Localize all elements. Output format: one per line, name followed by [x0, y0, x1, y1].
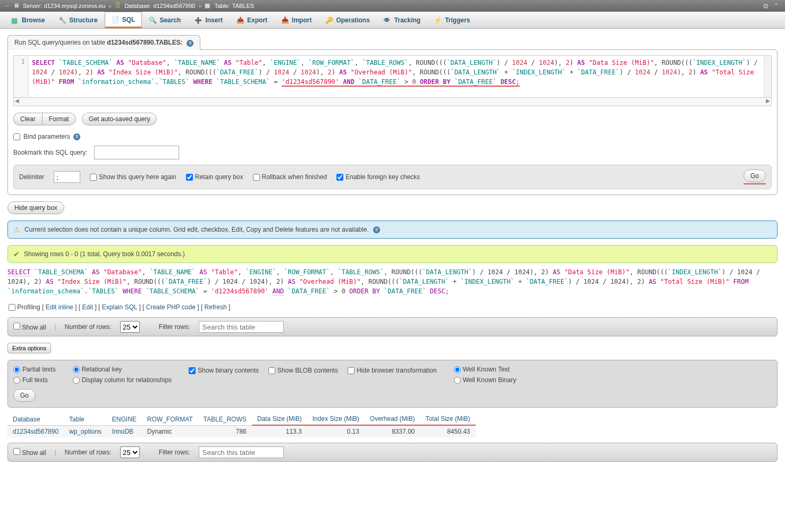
tab-browse[interactable]: Browse	[4, 12, 52, 28]
retain-label: Retain query box	[195, 173, 243, 181]
show-all-checkbox[interactable]	[13, 448, 20, 455]
filter-label: Filter rows:	[159, 449, 190, 456]
query-fieldset: 1 SELECT `TABLE_SCHEMA` AS "Database", `…	[7, 49, 778, 195]
th-row-format[interactable]: ROW_FORMAT	[142, 413, 198, 425]
delimiter-input[interactable]	[54, 171, 80, 183]
th-index-size[interactable]: Index Size (MiB)	[307, 413, 365, 425]
back-arrow-icon[interactable]: ←	[4, 3, 10, 9]
query-header-table: d1234sd567890.TABLES:	[107, 39, 183, 46]
hide-query-box-button[interactable]: Hide query box	[7, 201, 64, 214]
tab-export[interactable]: Export	[230, 12, 274, 28]
cell-index-size: 0.13	[307, 425, 365, 437]
show-blob-checkbox[interactable]	[268, 367, 275, 374]
help-icon[interactable]: ?	[373, 226, 380, 233]
tab-import[interactable]: Import	[274, 12, 318, 28]
db-value: d1234sd567890	[153, 3, 195, 9]
success-icon: ✔	[13, 250, 20, 258]
th-data-size[interactable]: Data Size (MiB)	[252, 413, 307, 425]
tab-sql[interactable]: SQL	[105, 12, 142, 28]
cell-engine[interactable]: InnoDB	[107, 425, 142, 437]
extra-options-button[interactable]: Extra options	[7, 343, 51, 353]
delimiter-label: Delimiter	[19, 173, 44, 181]
cell-table[interactable]: wp_options	[64, 425, 107, 437]
tab-tracking[interactable]: Tracking	[377, 12, 427, 28]
import-icon	[281, 16, 289, 24]
tab-insert[interactable]: Insert	[188, 12, 230, 28]
gear-icon[interactable]	[763, 2, 770, 10]
edit-inline-link[interactable]: Edit inline	[46, 303, 73, 311]
th-overhead[interactable]: Overhead (MiB)	[365, 413, 420, 425]
tab-operations[interactable]: Operations	[318, 12, 376, 28]
crumb-database[interactable]: Database: d1234sd567890	[115, 2, 195, 10]
operations-icon	[325, 16, 333, 24]
bind-params-checkbox[interactable]	[13, 133, 20, 140]
alert-text: Current selection does not contain a uni…	[24, 226, 369, 233]
sql-display: SELECT `TABLE_SCHEMA` AS "Database", `TA…	[7, 267, 778, 296]
wkt-label: Well Known Text	[463, 366, 510, 373]
show-again-checkbox[interactable]	[90, 174, 97, 181]
wkt-radio[interactable]	[454, 366, 461, 373]
show-binary-checkbox[interactable]	[189, 367, 196, 374]
clear-button[interactable]: Clear	[13, 113, 42, 125]
options-go-button[interactable]: Go	[13, 389, 36, 402]
th-engine[interactable]: ENGINE	[107, 413, 142, 425]
crumb-server[interactable]: Server: d1234.mysql.zonevs.eu	[13, 2, 105, 10]
cell-database[interactable]: d1234sd567890	[7, 425, 64, 437]
display-col-radio[interactable]	[73, 377, 80, 384]
fk-checks-checkbox[interactable]	[336, 174, 343, 181]
refresh-link[interactable]: Refresh	[205, 303, 227, 311]
num-rows-select[interactable]: 25	[120, 446, 140, 458]
alert-no-unique-column: ⚠ Current selection does not contain a u…	[7, 221, 778, 239]
autosaved-button[interactable]: Get auto-saved query	[82, 113, 157, 125]
editor-hscroll[interactable]	[13, 98, 772, 106]
profiling-label: Profiling	[17, 303, 40, 311]
tab-export-label: Export	[247, 16, 267, 24]
th-total-size[interactable]: Total Size (MiB)	[420, 413, 476, 425]
partial-texts-radio[interactable]	[13, 366, 20, 373]
full-texts-radio[interactable]	[13, 377, 20, 384]
sql-icon	[112, 16, 119, 23]
profiling-checkbox[interactable]	[9, 304, 15, 311]
show-all-label: Show all	[22, 449, 46, 457]
actions-row: Profiling [ Edit inline ] [ Edit ] [ Exp…	[7, 300, 778, 314]
bookmark-input[interactable]	[94, 146, 179, 159]
collapse-icon[interactable]	[773, 2, 781, 10]
th-table-rows[interactable]: TABLE_ROWS	[198, 413, 252, 425]
th-database[interactable]: Database	[7, 413, 64, 425]
th-table[interactable]: Table	[64, 413, 107, 425]
tab-search[interactable]: Search	[142, 12, 188, 28]
show-all-checkbox[interactable]	[13, 323, 20, 330]
hide-transform-checkbox[interactable]	[348, 367, 354, 374]
format-button[interactable]: Format	[42, 113, 76, 125]
editor-code[interactable]: SELECT `TABLE_SCHEMA` AS "Database", `TA…	[29, 56, 771, 97]
retain-checkbox[interactable]	[186, 174, 193, 181]
wkb-radio[interactable]	[454, 377, 461, 384]
browse-icon	[11, 16, 19, 24]
relational-key-radio[interactable]	[73, 366, 80, 373]
tab-structure[interactable]: Structure	[52, 12, 104, 28]
num-rows-select[interactable]: 25	[120, 321, 140, 333]
help-icon[interactable]: ?	[187, 40, 193, 47]
structure-icon	[58, 16, 66, 24]
editor-vscroll[interactable]	[764, 56, 771, 97]
help-icon[interactable]: ?	[73, 133, 80, 140]
edit-link[interactable]: Edit	[82, 303, 93, 311]
explain-sql-link[interactable]: Explain SQL	[102, 303, 137, 311]
crumb-table[interactable]: Table: TABLES	[205, 2, 254, 10]
tracking-icon	[384, 16, 391, 24]
show-all-label: Show all	[22, 324, 46, 331]
rollback-checkbox[interactable]	[253, 174, 260, 181]
fk-checks-label: Enable foreign key checks	[345, 173, 420, 181]
tab-triggers[interactable]: Triggers	[427, 12, 477, 28]
tab-triggers-label: Triggers	[445, 16, 470, 24]
filter-input[interactable]	[199, 446, 284, 458]
go-button[interactable]: Go	[744, 170, 766, 182]
breadcrumb-sep: »	[198, 3, 201, 9]
filter-input[interactable]	[199, 321, 284, 333]
db-icon	[115, 2, 122, 10]
create-php-link[interactable]: Create PHP code	[146, 303, 196, 311]
show-again-label: Show this query here again	[99, 173, 176, 181]
sql-editor[interactable]: 1 SELECT `TABLE_SCHEMA` AS "Database", `…	[13, 55, 772, 98]
search-icon	[149, 16, 156, 24]
query-header-prefix: Run SQL query/queries on table	[14, 39, 107, 46]
